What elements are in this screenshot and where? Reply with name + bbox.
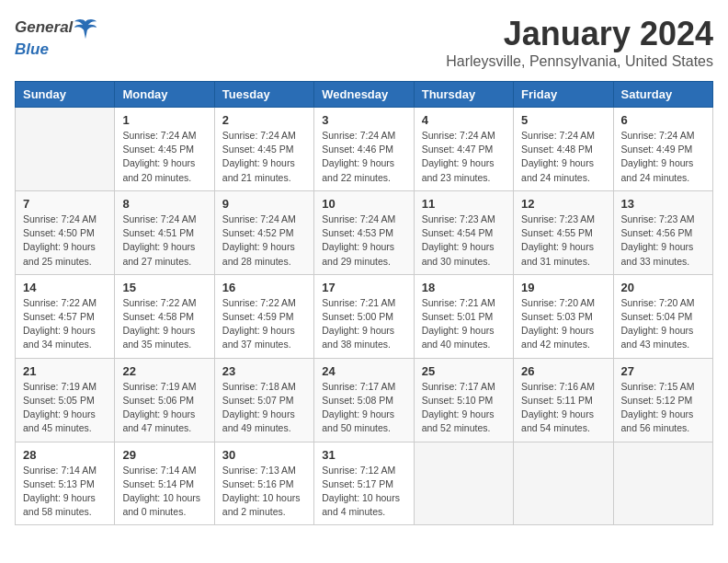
calendar-cell: 23Sunrise: 7:18 AM Sunset: 5:07 PM Dayli…: [214, 358, 313, 442]
calendar-cell: 11Sunrise: 7:23 AM Sunset: 4:54 PM Dayli…: [414, 190, 513, 274]
day-info: Sunrise: 7:20 AM Sunset: 5:03 PM Dayligh…: [521, 296, 605, 352]
calendar-cell: 30Sunrise: 7:13 AM Sunset: 5:16 PM Dayli…: [214, 442, 313, 525]
day-info: Sunrise: 7:14 AM Sunset: 5:14 PM Dayligh…: [122, 464, 206, 520]
day-number: 17: [322, 281, 405, 294]
day-info: Sunrise: 7:21 AM Sunset: 5:00 PM Dayligh…: [322, 296, 405, 352]
day-info: Sunrise: 7:20 AM Sunset: 5:04 PM Dayligh…: [621, 296, 705, 352]
day-number: 31: [322, 448, 405, 462]
day-number: 9: [222, 197, 306, 211]
day-info: Sunrise: 7:19 AM Sunset: 5:05 PM Dayligh…: [23, 380, 107, 436]
day-header-saturday: Saturday: [613, 82, 712, 108]
day-number: 6: [621, 113, 705, 127]
day-info: Sunrise: 7:23 AM Sunset: 4:55 PM Dayligh…: [521, 213, 605, 269]
day-info: Sunrise: 7:24 AM Sunset: 4:47 PM Dayligh…: [422, 129, 506, 185]
logo-blue: Blue: [15, 40, 49, 59]
day-info: Sunrise: 7:22 AM Sunset: 4:57 PM Dayligh…: [23, 296, 107, 352]
calendar-body: 1Sunrise: 7:24 AM Sunset: 4:45 PM Daylig…: [16, 108, 713, 525]
week-row-3: 14Sunrise: 7:22 AM Sunset: 4:57 PM Dayli…: [16, 274, 713, 358]
calendar-cell: 19Sunrise: 7:20 AM Sunset: 5:03 PM Dayli…: [514, 274, 613, 358]
day-header-tuesday: Tuesday: [214, 82, 313, 108]
day-info: Sunrise: 7:24 AM Sunset: 4:53 PM Dayligh…: [322, 213, 405, 269]
calendar-cell: 18Sunrise: 7:21 AM Sunset: 5:01 PM Dayli…: [414, 274, 513, 358]
day-info: Sunrise: 7:14 AM Sunset: 5:13 PM Dayligh…: [23, 464, 107, 520]
day-number: 1: [122, 113, 206, 127]
day-header-sunday: Sunday: [16, 82, 115, 108]
day-number: 2: [222, 113, 306, 127]
calendar-cell: 13Sunrise: 7:23 AM Sunset: 4:56 PM Dayli…: [613, 190, 712, 274]
day-info: Sunrise: 7:22 AM Sunset: 4:58 PM Dayligh…: [122, 296, 206, 352]
logo-general: General: [15, 18, 73, 37]
calendar-cell: [16, 108, 115, 191]
calendar-cell: 15Sunrise: 7:22 AM Sunset: 4:58 PM Dayli…: [115, 274, 214, 358]
day-number: 16: [222, 281, 306, 294]
day-number: 19: [521, 281, 605, 294]
week-row-1: 1Sunrise: 7:24 AM Sunset: 4:45 PM Daylig…: [16, 108, 713, 191]
calendar-cell: 25Sunrise: 7:17 AM Sunset: 5:10 PM Dayli…: [414, 358, 513, 442]
logo: General Blue: [15, 15, 98, 59]
day-info: Sunrise: 7:17 AM Sunset: 5:10 PM Dayligh…: [422, 380, 506, 436]
week-row-2: 7Sunrise: 7:24 AM Sunset: 4:50 PM Daylig…: [16, 190, 713, 274]
day-info: Sunrise: 7:24 AM Sunset: 4:45 PM Dayligh…: [222, 129, 306, 185]
calendar-cell: 4Sunrise: 7:24 AM Sunset: 4:47 PM Daylig…: [414, 108, 513, 191]
day-info: Sunrise: 7:16 AM Sunset: 5:11 PM Dayligh…: [521, 380, 605, 436]
day-number: 22: [122, 364, 206, 378]
day-number: 7: [23, 197, 107, 211]
calendar-cell: 6Sunrise: 7:24 AM Sunset: 4:49 PM Daylig…: [613, 108, 712, 191]
calendar-cell: 12Sunrise: 7:23 AM Sunset: 4:55 PM Dayli…: [514, 190, 613, 274]
calendar-table: SundayMondayTuesdayWednesdayThursdayFrid…: [15, 81, 713, 525]
calendar-cell: 27Sunrise: 7:15 AM Sunset: 5:12 PM Dayli…: [613, 358, 712, 442]
day-number: 23: [222, 364, 306, 378]
day-info: Sunrise: 7:24 AM Sunset: 4:50 PM Dayligh…: [23, 213, 107, 269]
day-number: 25: [422, 364, 506, 378]
calendar-cell: 8Sunrise: 7:24 AM Sunset: 4:51 PM Daylig…: [115, 190, 214, 274]
calendar-subtitle: Harleysville, Pennsylvania, United State…: [446, 53, 713, 70]
calendar-cell: 21Sunrise: 7:19 AM Sunset: 5:05 PM Dayli…: [16, 358, 115, 442]
calendar-cell: 26Sunrise: 7:16 AM Sunset: 5:11 PM Dayli…: [514, 358, 613, 442]
week-row-4: 21Sunrise: 7:19 AM Sunset: 5:05 PM Dayli…: [16, 358, 713, 442]
day-info: Sunrise: 7:17 AM Sunset: 5:08 PM Dayligh…: [322, 380, 405, 436]
calendar-cell: 22Sunrise: 7:19 AM Sunset: 5:06 PM Dayli…: [115, 358, 214, 442]
day-number: 4: [422, 113, 506, 127]
calendar-cell: 7Sunrise: 7:24 AM Sunset: 4:50 PM Daylig…: [16, 190, 115, 274]
calendar-cell: 16Sunrise: 7:22 AM Sunset: 4:59 PM Dayli…: [214, 274, 313, 358]
day-number: 30: [222, 448, 306, 462]
calendar-cell: 5Sunrise: 7:24 AM Sunset: 4:48 PM Daylig…: [514, 108, 613, 191]
calendar-cell: 29Sunrise: 7:14 AM Sunset: 5:14 PM Dayli…: [115, 442, 214, 525]
day-header-monday: Monday: [115, 82, 214, 108]
day-number: 29: [122, 448, 206, 462]
calendar-title: January 2024: [446, 15, 713, 53]
day-number: 3: [322, 113, 405, 127]
calendar-cell: 31Sunrise: 7:12 AM Sunset: 5:17 PM Dayli…: [314, 442, 414, 525]
day-number: 8: [122, 197, 206, 211]
day-info: Sunrise: 7:18 AM Sunset: 5:07 PM Dayligh…: [222, 380, 306, 436]
day-info: Sunrise: 7:23 AM Sunset: 4:54 PM Dayligh…: [422, 213, 506, 269]
day-info: Sunrise: 7:23 AM Sunset: 4:56 PM Dayligh…: [621, 213, 705, 269]
day-header-friday: Friday: [514, 82, 613, 108]
day-info: Sunrise: 7:24 AM Sunset: 4:46 PM Dayligh…: [322, 129, 405, 185]
day-number: 26: [521, 364, 605, 378]
day-info: Sunrise: 7:22 AM Sunset: 4:59 PM Dayligh…: [222, 296, 306, 352]
day-info: Sunrise: 7:24 AM Sunset: 4:51 PM Dayligh…: [122, 213, 206, 269]
day-number: 11: [422, 197, 506, 211]
calendar-cell: 24Sunrise: 7:17 AM Sunset: 5:08 PM Dayli…: [314, 358, 414, 442]
day-info: Sunrise: 7:24 AM Sunset: 4:52 PM Dayligh…: [222, 213, 306, 269]
day-number: 5: [521, 113, 605, 127]
day-number: 14: [23, 281, 107, 294]
day-info: Sunrise: 7:24 AM Sunset: 4:45 PM Dayligh…: [122, 129, 206, 185]
day-number: 10: [322, 197, 405, 211]
day-info: Sunrise: 7:12 AM Sunset: 5:17 PM Dayligh…: [322, 464, 405, 520]
day-number: 28: [23, 448, 107, 462]
day-number: 20: [621, 281, 705, 294]
calendar-cell: 1Sunrise: 7:24 AM Sunset: 4:45 PM Daylig…: [115, 108, 214, 191]
day-info: Sunrise: 7:24 AM Sunset: 4:48 PM Dayligh…: [521, 129, 605, 185]
calendar-cell: 14Sunrise: 7:22 AM Sunset: 4:57 PM Dayli…: [16, 274, 115, 358]
day-number: 15: [122, 281, 206, 294]
day-number: 21: [23, 364, 107, 378]
logo-bird-icon: [73, 15, 98, 40]
day-number: 13: [621, 197, 705, 211]
day-header-wednesday: Wednesday: [314, 82, 414, 108]
title-section: January 2024 Harleysville, Pennsylvania,…: [446, 15, 713, 70]
calendar-cell: [613, 442, 712, 525]
day-info: Sunrise: 7:24 AM Sunset: 4:49 PM Dayligh…: [621, 129, 705, 185]
calendar-cell: [414, 442, 513, 525]
